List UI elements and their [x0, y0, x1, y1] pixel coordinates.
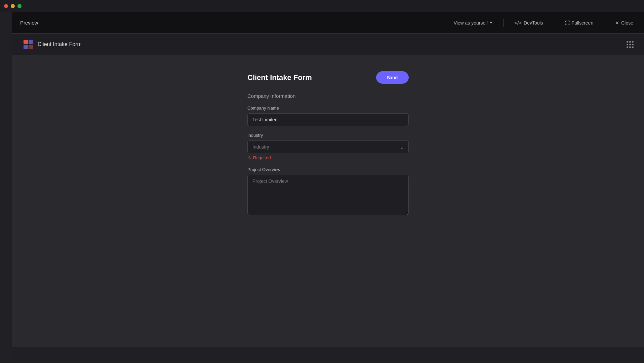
form-title: Client Intake Form — [247, 73, 312, 82]
app-bar — [0, 0, 644, 12]
industry-select-wrapper: Industry Technology Finance Healthcare R… — [247, 140, 409, 153]
fullscreen-label: Fullscreen — [572, 20, 594, 26]
grid-dot — [632, 44, 634, 45]
fullscreen-icon: ⛶ — [565, 20, 570, 26]
grid-dot — [627, 46, 628, 48]
close-icon: ✕ — [615, 20, 619, 26]
required-text: Required — [253, 155, 271, 160]
close-button[interactable]: ✕ Close — [612, 19, 636, 27]
view-as-label: View as yourself — [454, 20, 488, 26]
project-overview-textarea[interactable] — [247, 175, 409, 215]
code-icon: </> — [514, 21, 522, 25]
company-name-field-group: Company Name — [247, 106, 409, 126]
minimize-dot — [11, 4, 15, 8]
company-name-input[interactable] — [247, 113, 409, 126]
close-label: Close — [621, 20, 633, 26]
form-topbar: Client Intake Form — [12, 34, 644, 55]
header-actions: View as yourself </> DevTools ⛶ Fullscre… — [451, 19, 636, 27]
grid-dot — [629, 46, 631, 48]
form-card: Client Intake Form Next Company Informat… — [247, 71, 409, 223]
form-brand: Client Intake Form — [23, 39, 82, 50]
project-overview-field-group: Project Overview — [247, 167, 409, 216]
required-message: ⚠ Required — [247, 155, 409, 160]
grid-dot — [629, 44, 631, 45]
grid-dot — [632, 46, 634, 48]
grid-dot — [627, 44, 628, 45]
bottom-bar — [12, 347, 644, 363]
company-name-label: Company Name — [247, 106, 409, 111]
view-as-yourself-button[interactable]: View as yourself — [451, 19, 495, 27]
close-dot — [4, 4, 8, 8]
industry-select[interactable]: Industry Technology Finance Healthcare R… — [247, 140, 409, 153]
next-button[interactable]: Next — [376, 71, 409, 84]
preview-modal: Preview View as yourself </> DevTools ⛶ … — [12, 12, 644, 363]
grid-dot — [627, 41, 628, 43]
separator-2 — [554, 19, 554, 27]
maximize-dot — [17, 4, 22, 8]
svg-rect-0 — [24, 40, 28, 44]
section-label: Company Information — [247, 93, 409, 99]
svg-rect-3 — [29, 45, 33, 49]
form-header-row: Client Intake Form Next — [247, 71, 409, 84]
form-brand-title: Client Intake Form — [38, 41, 82, 47]
chevron-down-icon — [490, 22, 492, 24]
brand-logo — [23, 39, 34, 50]
preview-header: Preview View as yourself </> DevTools ⛶ … — [12, 12, 644, 34]
grid-icon[interactable] — [627, 41, 633, 48]
separator-3 — [604, 19, 604, 27]
preview-body: Client Intake Form Client Intake Form — [12, 34, 644, 363]
svg-rect-1 — [29, 40, 33, 44]
preview-title: Preview — [20, 20, 38, 26]
industry-field-group: Industry Industry Technology Finance Hea… — [247, 133, 409, 160]
grid-dot — [629, 41, 631, 43]
fullscreen-button[interactable]: ⛶ Fullscreen — [562, 19, 596, 27]
grid-dot — [632, 41, 634, 43]
project-overview-label: Project Overview — [247, 167, 409, 172]
dev-tools-button[interactable]: </> DevTools — [512, 19, 546, 27]
separator-1 — [503, 19, 504, 27]
industry-label: Industry — [247, 133, 409, 138]
warning-icon: ⚠ — [247, 155, 251, 160]
svg-rect-2 — [24, 45, 28, 49]
form-content-area: Client Intake Form Next Company Informat… — [12, 55, 644, 363]
side-panel — [0, 12, 12, 363]
dev-tools-label: DevTools — [524, 20, 543, 26]
